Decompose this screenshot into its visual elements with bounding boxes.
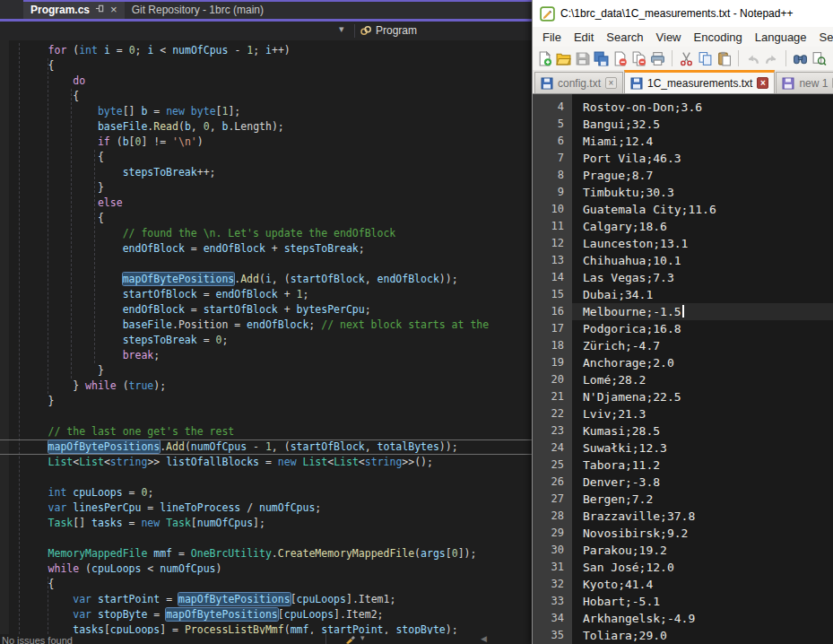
- npp-tab-new-1[interactable]: new 1×: [776, 72, 833, 93]
- current-code-line[interactable]: mapOfBytePositions.Add(numOfCpus - 1, (s…: [0, 439, 532, 455]
- highlighted-reference[interactable]: mapOfBytePositions: [166, 608, 278, 621]
- text-line[interactable]: 26Denver;-3.8: [533, 474, 833, 491]
- code-line[interactable]: baseFile.Position = endOfBlock; // next …: [0, 318, 532, 333]
- code-line[interactable]: endOfBlock = endOfBlock + stepsToBreak;: [0, 241, 532, 257]
- code-line[interactable]: byte[] b = new byte[1];: [0, 104, 532, 119]
- text-line[interactable]: 9Timbuktu;30.3: [533, 184, 833, 201]
- code-line[interactable]: do: [0, 74, 532, 89]
- text-line[interactable]: 30Parakou;19.2: [533, 542, 833, 559]
- npp-tab-1c-measurements-txt[interactable]: 1C_measurements.txt×: [624, 70, 775, 93]
- text-line[interactable]: 33Hobart;-5.1: [533, 593, 833, 610]
- undo-icon[interactable]: [745, 51, 760, 66]
- code-line[interactable]: // found the \n. Let's update the endOfB…: [0, 226, 532, 241]
- code-line[interactable]: [0, 470, 532, 485]
- text-line[interactable]: 19Anchorage;2.0: [533, 354, 833, 371]
- vs-code-editor[interactable]: for (int i = 0; i < numOfCpus - 1; i++) …: [0, 40, 532, 634]
- caret-text-line[interactable]: 16Melbourne;-1.5: [533, 303, 833, 320]
- npp-title-bar[interactable]: C:\1brc_data\1C_measurements.txt - Notep…: [533, 0, 833, 27]
- open-folder-icon[interactable]: [556, 51, 571, 66]
- line-text[interactable]: Kyoto;41.4: [572, 576, 833, 593]
- text-line[interactable]: 35Toliara;29.0: [533, 627, 833, 644]
- text-line[interactable]: 21N'Djamena;22.5: [533, 388, 833, 405]
- redo-icon[interactable]: [764, 51, 779, 66]
- code-line[interactable]: stepsToBreak = 0;: [0, 333, 532, 348]
- code-line[interactable]: if (b[0] != '\n'): [0, 135, 532, 150]
- code-line[interactable]: Task[] tasks = new Task[numOfCpus];: [0, 516, 532, 531]
- text-line[interactable]: 5Bangui;32.5: [533, 116, 833, 133]
- text-line[interactable]: 7Port Vila;46.3: [533, 150, 833, 167]
- line-text[interactable]: Podgorica;16.8: [572, 320, 833, 337]
- line-text[interactable]: Zürich;-4.7: [572, 337, 833, 354]
- line-text[interactable]: Parakou;19.2: [572, 542, 833, 559]
- close-all-icon[interactable]: [631, 51, 646, 66]
- line-text[interactable]: Chihuahua;10.1: [572, 252, 833, 269]
- paste-icon[interactable]: [716, 51, 732, 66]
- text-line[interactable]: 14Las Vegas;7.3: [533, 269, 833, 286]
- highlighted-reference[interactable]: mapOfBytePositions: [178, 593, 291, 605]
- navbar-class-name[interactable]: Program: [376, 24, 417, 37]
- line-text[interactable]: Tabora;11.2: [572, 457, 833, 474]
- code-line[interactable]: int cpuLoops = 0;: [0, 485, 532, 500]
- code-cleanup-broom-icon[interactable]: [345, 634, 359, 644]
- text-line[interactable]: 4Rostov-on-Don;3.6: [533, 99, 833, 116]
- text-line[interactable]: 28Brazzaville;37.8: [533, 508, 833, 525]
- line-text[interactable]: Suwałki;12.3: [572, 439, 833, 457]
- line-text[interactable]: Prague;8.7: [572, 167, 833, 184]
- highlighted-reference[interactable]: mapOfBytePositions: [48, 440, 161, 453]
- cut-icon[interactable]: [679, 51, 694, 66]
- line-text[interactable]: Lomé;28.2: [572, 371, 833, 388]
- npp-text-editor[interactable]: 4Rostov-on-Don;3.65Bangui;32.56Miami;12.…: [533, 93, 833, 644]
- code-line[interactable]: baseFile.Read(b, 0, b.Length);: [0, 119, 532, 135]
- text-line[interactable]: 18Zürich;-4.7: [533, 337, 833, 354]
- menu-view[interactable]: View: [650, 30, 688, 44]
- code-line[interactable]: break;: [0, 348, 532, 363]
- code-line[interactable]: tasks[cpuLoops] = ProcessListByMmf(mmf, …: [0, 622, 532, 634]
- code-line[interactable]: {: [0, 150, 532, 165]
- menu-file[interactable]: File: [536, 30, 568, 44]
- code-line[interactable]: }: [0, 180, 532, 196]
- line-text[interactable]: Rostov-on-Don;3.6: [572, 99, 833, 116]
- close-icon[interactable]: ×: [110, 4, 117, 15]
- text-line[interactable]: 8Prague;8.7: [533, 167, 833, 184]
- line-text[interactable]: Las Vegas;7.3: [572, 269, 833, 286]
- menu-search[interactable]: Search: [600, 30, 649, 44]
- line-text[interactable]: Anchorage;2.0: [572, 354, 833, 371]
- code-line[interactable]: var stopByte = mapOfBytePositions[cpuLoo…: [0, 607, 532, 622]
- code-line[interactable]: // the last one get's the rest: [0, 424, 532, 439]
- code-line[interactable]: stepsToBreak++;: [0, 165, 532, 180]
- line-text[interactable]: Hobart;-5.1: [572, 593, 833, 610]
- new-file-icon[interactable]: [537, 51, 552, 66]
- line-text[interactable]: Arkhangelsk;-4.9: [572, 610, 833, 627]
- highlighted-reference[interactable]: mapOfBytePositions: [123, 273, 235, 285]
- chevron-down-icon[interactable]: ▾: [339, 23, 344, 35]
- code-line[interactable]: MemoryMappedFile mmf = OneBrcUtility.Cre…: [0, 546, 532, 561]
- pin-icon[interactable]: [95, 4, 105, 16]
- save-icon[interactable]: [575, 51, 590, 66]
- code-line[interactable]: List<List<string>> listOfallBlocks = new…: [0, 455, 532, 470]
- text-line[interactable]: 22Lviv;21.3: [533, 405, 833, 422]
- replace-icon[interactable]: [811, 51, 827, 66]
- line-text[interactable]: Timbuktu;30.3: [572, 184, 833, 201]
- text-line[interactable]: 31San José;12.0: [533, 559, 833, 576]
- code-line[interactable]: {: [0, 577, 532, 592]
- text-line[interactable]: 13Chihuahua;10.1: [533, 252, 833, 269]
- text-line[interactable]: 32Kyoto;41.4: [533, 576, 833, 593]
- code-line[interactable]: endOfBlock = startOfBlock + bytesPerCpu;: [0, 302, 532, 318]
- copy-icon[interactable]: [698, 51, 713, 66]
- code-line[interactable]: while (cpuLoops < numOfCpus): [0, 561, 532, 577]
- scroll-left-arrow[interactable]: ◀: [481, 634, 487, 643]
- save-all-icon[interactable]: [594, 51, 609, 66]
- text-line[interactable]: 12Launceston;13.1: [533, 235, 833, 252]
- line-text[interactable]: Guatemala City;11.6: [572, 201, 833, 218]
- line-text[interactable]: Bergen;7.2: [572, 491, 833, 508]
- line-text[interactable]: N'Djamena;22.5: [572, 388, 833, 405]
- text-line[interactable]: 17Podgorica;16.8: [533, 320, 833, 337]
- menu-language[interactable]: Language: [749, 30, 813, 44]
- chevron-down-icon[interactable]: ▾: [360, 634, 365, 642]
- text-line[interactable]: 15Dubai;34.1: [533, 286, 833, 303]
- line-text[interactable]: Kumasi;28.5: [572, 422, 833, 439]
- line-text[interactable]: Bangui;32.5: [572, 116, 833, 133]
- text-line[interactable]: 11Calgary;18.6: [533, 218, 833, 235]
- print-icon[interactable]: [650, 51, 665, 66]
- code-line[interactable]: var startPoint = mapOfBytePositions[cpuL…: [0, 592, 532, 607]
